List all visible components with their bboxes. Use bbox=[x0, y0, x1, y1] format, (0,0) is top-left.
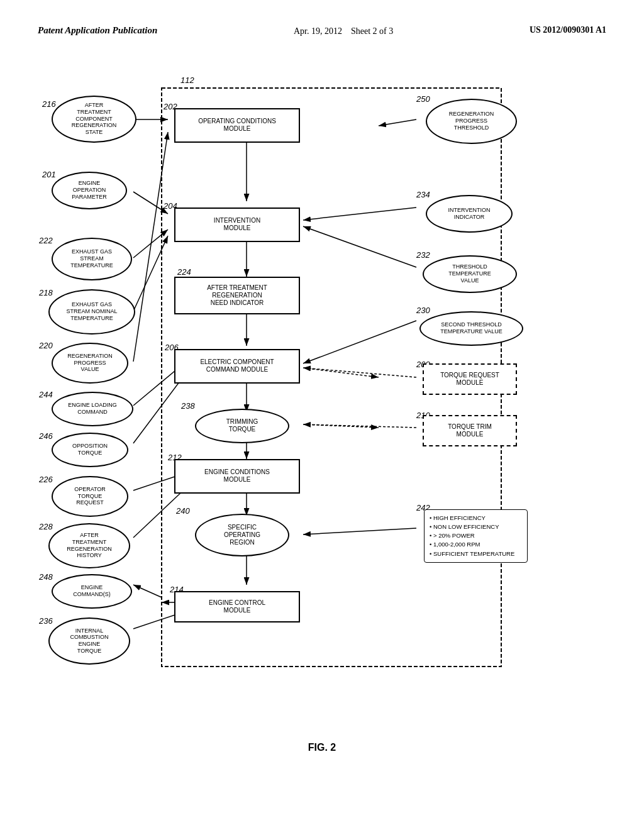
svg-line-27 bbox=[303, 528, 416, 534]
svg-line-11 bbox=[133, 585, 162, 597]
bullet-2: • NON LOW EFFICIENCY bbox=[430, 523, 522, 531]
ref-222: 222 bbox=[39, 236, 53, 245]
ref-226: 226 bbox=[39, 475, 53, 484]
node-intervention: INTERVENTION MODULE bbox=[174, 208, 300, 242]
ref-248: 248 bbox=[39, 572, 53, 582]
node-torque-request: TORQUE REQUEST MODULE bbox=[423, 363, 517, 395]
node-exhaust-gas-temp: EXHAUST GAS STREAM TEMPERATURE bbox=[52, 238, 132, 280]
svg-line-25 bbox=[303, 368, 416, 377]
ref-236: 236 bbox=[39, 616, 53, 626]
ref-238: 238 bbox=[181, 401, 195, 411]
node-operating-conditions: OPERATING CONDITIONS MODULE bbox=[174, 108, 300, 143]
node-second-threshold: SECOND THRESHOLD TEMPERATURE VALUE bbox=[419, 311, 523, 346]
ref-230: 230 bbox=[416, 306, 430, 315]
node-after-treatment-history: AFTER TREATMENT REGENERATION HISTORY bbox=[48, 523, 130, 568]
ref-240: 240 bbox=[176, 506, 190, 516]
svg-line-26 bbox=[303, 424, 416, 428]
node-after-treatment-need: AFTER TREATMENT REGENERATION NEED INDICA… bbox=[174, 277, 300, 314]
ref-246: 246 bbox=[39, 431, 53, 441]
node-regen-threshold: REGENERATION PROGRESS THRESHOLD bbox=[426, 99, 517, 144]
node-threshold-temp: THRESHOLD TEMPERATURE VALUE bbox=[423, 255, 517, 293]
node-engine-loading: ENGINE LOADING COMMAND bbox=[52, 392, 133, 426]
node-exhaust-nominal: EXHAUST GAS STREAM NOMINAL TEMPERATURE bbox=[48, 289, 135, 335]
svg-line-3 bbox=[133, 192, 168, 214]
node-operating-region-bullets: • HIGH EFFICIENCY • NON LOW EFFICIENCY •… bbox=[424, 509, 528, 563]
node-after-treatment-component: AFTER TREATMENT COMPONENT REGENERATION S… bbox=[52, 96, 136, 143]
ref-218: 218 bbox=[39, 288, 53, 297]
svg-line-29 bbox=[303, 424, 379, 428]
ref-216: 216 bbox=[42, 99, 56, 109]
header: Patent Application Publication Apr. 19, … bbox=[0, 0, 644, 50]
bullet-3: • > 20% POWER bbox=[430, 531, 522, 540]
ref-224: 224 bbox=[177, 267, 191, 277]
svg-line-21 bbox=[379, 119, 416, 126]
ref-250: 250 bbox=[416, 94, 430, 104]
node-engine-operation: ENGINE OPERATION PARAMETER bbox=[52, 172, 127, 209]
ref-201: 201 bbox=[42, 170, 56, 179]
bullet-4: • 1,000-2,000 RPM bbox=[430, 540, 522, 549]
node-engine-control: ENGINE CONTROL MODULE bbox=[174, 591, 300, 622]
node-torque-trim: TORQUE TRIM MODULE bbox=[423, 415, 517, 446]
ref-112: 112 bbox=[180, 75, 194, 85]
ref-220: 220 bbox=[39, 341, 53, 350]
node-opposition-torque: OPPOSITION TORQUE bbox=[52, 433, 128, 467]
ref-232: 232 bbox=[416, 250, 430, 260]
header-right: US 2012/0090301 A1 bbox=[530, 25, 606, 35]
bullet-5: • SUFFICIENT TEMPERATURE bbox=[430, 550, 522, 558]
svg-line-6 bbox=[133, 132, 168, 362]
node-operator-torque: OPERATOR TORQUE REQUEST bbox=[52, 476, 128, 517]
node-specific-operating: SPECIFIC OPERATING REGION bbox=[195, 514, 289, 556]
ref-228: 228 bbox=[39, 522, 53, 531]
node-regen-progress: REGENERATION PROGRESS VALUE bbox=[52, 343, 128, 384]
ref-244: 244 bbox=[39, 390, 53, 399]
header-center: Apr. 19, 2012 Sheet 2 of 3 bbox=[294, 25, 393, 38]
svg-line-23 bbox=[303, 226, 416, 267]
node-trimming-torque: TRIMMING TORQUE bbox=[195, 409, 289, 443]
node-engine-commands: ENGINE COMMAND(S) bbox=[52, 574, 132, 609]
node-intervention-indicator: INTERVENTION INDICATOR bbox=[426, 195, 513, 233]
header-left: Patent Application Publication bbox=[38, 25, 157, 36]
node-engine-conditions: ENGINE CONDITIONS MODULE bbox=[174, 459, 300, 494]
figure-caption: FIG. 2 bbox=[0, 742, 644, 772]
page: Patent Application Publication Apr. 19, … bbox=[0, 0, 644, 830]
svg-line-5 bbox=[133, 236, 168, 311]
diagram-area: 112 216 AFTER TREATMENT COMPONENT REGENE… bbox=[39, 69, 605, 729]
bullet-1: • HIGH EFFICIENCY bbox=[430, 514, 522, 523]
ref-234: 234 bbox=[416, 190, 430, 199]
svg-line-24 bbox=[303, 321, 416, 363]
svg-line-22 bbox=[303, 208, 416, 220]
node-electric-component: ELECTRIC COMPONENT COMMAND MODULE bbox=[174, 349, 300, 384]
svg-line-4 bbox=[133, 230, 168, 258]
svg-line-28 bbox=[303, 368, 379, 377]
node-internal-combustion: INTERNAL COMBUSTION ENGINE TORQUE bbox=[48, 617, 130, 665]
